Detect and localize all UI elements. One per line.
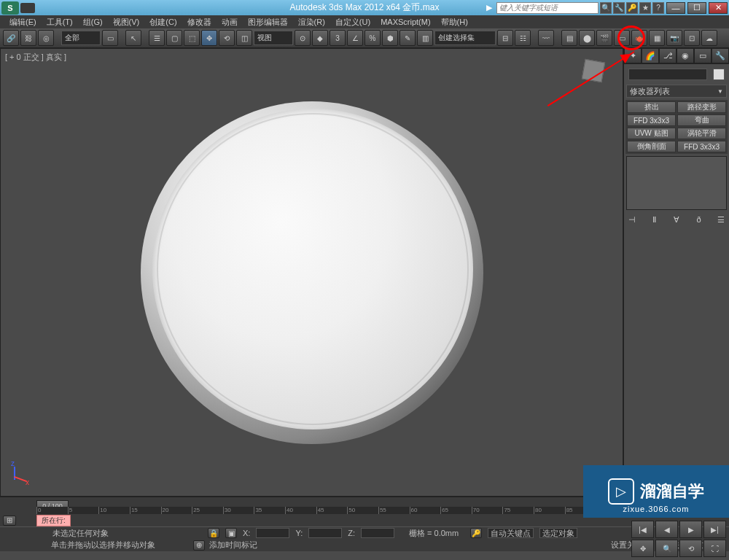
caret-icon[interactable]: ▶ (486, 3, 492, 12)
layers-icon[interactable]: ☷ (515, 30, 531, 46)
menu-tools[interactable]: 工具(T) (42, 17, 78, 28)
max-toggle-icon[interactable]: ⛶ (703, 540, 726, 557)
script-tag[interactable]: 所在行: (36, 515, 71, 526)
pivot-icon[interactable]: ⊙ (295, 30, 311, 46)
remove-mod-icon[interactable]: ð (693, 214, 705, 225)
mod-extrude[interactable]: 挤出 (627, 101, 676, 113)
cloud-icon[interactable]: ☁ (701, 30, 717, 46)
help-icon[interactable]: ? (652, 2, 664, 14)
link-icon[interactable]: 🔗 (3, 30, 19, 46)
mod-ffd1[interactable]: FFD 3x3x3 (627, 114, 676, 126)
curve-editor-icon[interactable]: 〰 (538, 30, 554, 46)
minimize-button[interactable]: — (666, 2, 685, 14)
y-field[interactable] (308, 528, 342, 538)
snap-icon[interactable]: 3 (330, 30, 346, 46)
mod-uvwmap[interactable]: UVW 贴图 (627, 128, 676, 139)
unlink-icon[interactable]: ⛓ (20, 30, 36, 46)
render-preset-icon[interactable]: 📷 (666, 30, 682, 46)
next-frame-icon[interactable]: ▶| (703, 521, 726, 538)
mod-bend[interactable]: 弯曲 (677, 114, 726, 126)
tab-utilities[interactable]: 🔧 (712, 48, 729, 63)
tab-motion[interactable]: ◉ (677, 48, 694, 63)
align-icon[interactable]: ⊟ (497, 30, 513, 46)
mod-bevelprofile[interactable]: 倒角剖面 (627, 141, 676, 152)
window-crossing-icon[interactable]: ⬚ (184, 30, 200, 46)
selected-obj-combo[interactable]: 选定对象 (539, 528, 577, 538)
tab-modify[interactable]: 🌈 (642, 48, 659, 63)
tab-display[interactable]: ▭ (694, 48, 712, 63)
menu-modifiers[interactable]: 修改器 (182, 17, 217, 28)
menu-animation[interactable]: 动画 (217, 17, 243, 28)
menu-view[interactable]: 视图(V) (108, 17, 145, 28)
menu-maxscript[interactable]: MAXScript(M) (375, 18, 435, 26)
lock-icon[interactable]: 🔒 (208, 528, 219, 538)
play-icon[interactable]: ▶ (679, 521, 702, 538)
select-icon[interactable]: ▭ (102, 30, 118, 46)
object-name-field[interactable] (628, 69, 707, 80)
auto-key-button[interactable]: 自动关键点 (488, 528, 534, 538)
selection-filter-combo[interactable]: 全部 (61, 31, 101, 45)
scene-object-disc[interactable] (141, 101, 483, 444)
pan-icon[interactable]: ✥ (631, 540, 654, 557)
modifier-stack[interactable] (626, 156, 727, 210)
render-prod-icon[interactable]: 🫖 (631, 30, 647, 46)
menu-group[interactable]: 组(G) (78, 17, 108, 28)
pin-stack-icon[interactable]: ⊣ (626, 214, 638, 225)
cursor-icon[interactable]: ↖ (125, 30, 141, 46)
help-search-input[interactable] (496, 2, 599, 14)
menu-render[interactable]: 渲染(R) (293, 17, 330, 28)
menu-help[interactable]: 帮助(H) (436, 17, 473, 28)
z-field[interactable] (361, 528, 394, 538)
menu-create[interactable]: 创建(C) (144, 17, 182, 28)
goto-start-icon[interactable]: |◀ (631, 521, 654, 538)
rotate-icon[interactable]: ⟲ (219, 30, 235, 46)
add-time-tag[interactable]: 添加时间标记 (209, 540, 257, 551)
mirror-icon[interactable]: ▥ (417, 30, 433, 46)
menu-customize[interactable]: 自定义(U) (330, 17, 375, 28)
key-icon[interactable]: 🔑 (626, 2, 638, 14)
maximize-button[interactable]: ☐ (687, 2, 706, 14)
app-logo[interactable]: S (1, 1, 19, 15)
render-iter-icon[interactable]: ▦ (649, 30, 665, 46)
spinner-snap-icon[interactable]: ⬢ (382, 30, 398, 46)
scale-icon[interactable]: ◫ (236, 30, 252, 46)
move-icon[interactable]: ✥ (201, 30, 217, 46)
unique-icon[interactable]: ∀ (671, 214, 682, 225)
mod-pathdeform[interactable]: 路径变形 (677, 101, 726, 113)
show-end-icon[interactable]: Ⅱ (649, 214, 660, 225)
tab-hierarchy[interactable]: ⎇ (659, 48, 677, 63)
x-field[interactable] (256, 528, 289, 538)
render-last-icon[interactable]: ⊡ (684, 30, 700, 46)
trackbar-toggle-icon[interactable]: ⊞ (3, 516, 16, 526)
key-mode-icon[interactable]: 🔑 (470, 528, 482, 538)
menu-graph[interactable]: 图形编辑器 (243, 17, 293, 28)
schematic-icon[interactable]: ▤ (561, 30, 577, 46)
named-sel-combo[interactable]: 创建选择集 (434, 31, 496, 45)
mod-ffd2[interactable]: FFD 3x3x3 (677, 141, 726, 152)
percent-snap-icon[interactable]: % (364, 30, 381, 46)
select-region-icon[interactable]: ▢ (166, 30, 182, 46)
viewcube[interactable] (572, 56, 615, 93)
time-ruler[interactable]: 05 1015 2025 3035 4045 5055 6065 7075 80… (36, 507, 627, 514)
menu-edit[interactable]: 编辑(E) (4, 17, 42, 28)
close-button[interactable]: ✕ (709, 2, 728, 14)
modifier-list-combo[interactable]: 修改器列表 (626, 85, 727, 98)
star-icon[interactable]: ★ (639, 2, 651, 14)
select-name-icon[interactable]: ☰ (149, 30, 165, 46)
manipulate-icon[interactable]: ◆ (312, 30, 328, 46)
time-tag-icon[interactable]: ⊕ (193, 540, 205, 551)
tab-create[interactable]: ✦ (624, 48, 642, 63)
render-setup-icon[interactable]: 🎬 (596, 30, 612, 46)
viewport[interactable]: [ + 0 正交 ] 真实 ] zx (0, 48, 623, 497)
bind-icon[interactable]: ◎ (38, 30, 54, 46)
ref-coord-combo[interactable]: 视图 (254, 31, 293, 45)
angle-snap-icon[interactable]: ∠ (347, 30, 363, 46)
edit-named-sel-icon[interactable]: ✎ (399, 30, 416, 46)
viewport-label[interactable]: [ + 0 正交 ] 真实 ] (5, 52, 66, 63)
material-icon[interactable]: ⬤ (579, 30, 595, 46)
render-frame-icon[interactable]: ▭ (614, 30, 630, 46)
mod-turbosmooth[interactable]: 涡轮平滑 (677, 128, 726, 139)
search-icon[interactable]: 🔍 (600, 2, 612, 14)
object-color-swatch[interactable] (713, 69, 725, 80)
isolate-icon[interactable]: ▣ (225, 528, 237, 538)
